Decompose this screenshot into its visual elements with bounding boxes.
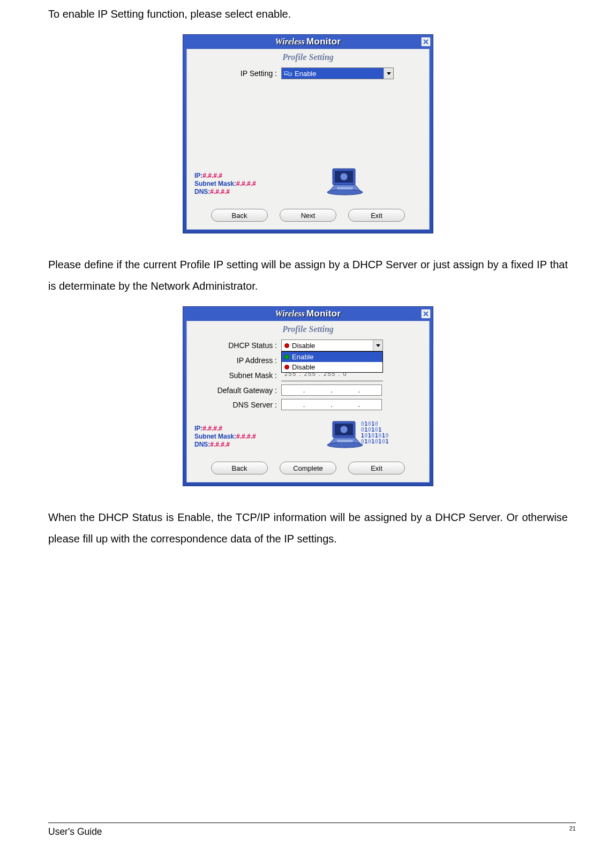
ip-setting-value: Enable [295,70,384,78]
titlebar: Wireless Monitor [183,35,433,49]
body-paragraph-1: To enable IP Setting function, please se… [48,3,568,25]
close-button[interactable] [421,37,431,47]
exit-button[interactable]: Exit [348,462,405,474]
svg-rect-1 [284,72,288,74]
back-button[interactable]: Back [211,462,268,474]
svg-point-6 [340,173,348,180]
chevron-down-icon [373,340,382,351]
body-paragraph-3: When the DHCP Status is Enable, the TCP/… [48,507,568,549]
status-dot-icon [284,343,289,348]
button-row: Back Next Exit [187,205,429,229]
dns-server-input[interactable]: ... [281,399,382,410]
button-row: Back Complete Exit [187,457,429,482]
ip-setting-label: IP Setting : [197,69,281,78]
svg-rect-8 [337,187,353,190]
page-footer: User's Guide 21 [48,823,576,838]
close-icon [423,39,429,44]
ip-address-label: IP Address : [197,356,281,365]
complete-button[interactable]: Complete [280,462,336,474]
close-icon [423,311,429,316]
ip-info-text: IP:#.#.#.# Subnet Mask:#.#.#.# DNS:#.#.#… [194,425,256,449]
wireless-monitor-dialog-2: Wireless Monitor Profile Setting DHCP St… [183,306,433,486]
svg-point-12 [327,442,363,448]
svg-rect-13 [337,440,353,442]
status-dot-icon [284,365,289,369]
dns-server-label: DNS Server : [197,401,281,409]
svg-point-11 [340,426,348,433]
page-number: 21 [569,825,576,836]
ip-setting-dropdown[interactable]: Enable [281,67,394,79]
binary-decoration: 01010 010101 10101010 01010101 [361,421,389,444]
close-button[interactable] [421,309,431,319]
dhcp-status-value: Disable [292,342,373,350]
footer-guide-label: User's Guide [48,826,102,838]
chevron-down-icon [384,68,393,79]
network-icon [283,69,293,78]
default-gateway-input[interactable]: ... [281,384,382,396]
back-button[interactable]: Back [211,209,268,222]
default-gateway-label: Default Gateway : [197,386,281,395]
app-title: Wireless Monitor [275,308,341,319]
svg-rect-3 [288,73,291,76]
dhcp-status-dropdown[interactable]: Disable Enable Disable [281,340,383,351]
body-paragraph-2: Please define if the current Profile IP … [48,254,568,297]
dialog-subtitle: Profile Setting [187,49,429,67]
dhcp-option-enable[interactable]: Enable [282,352,382,362]
title-wireless: Wireless [275,37,305,47]
status-dot-icon [284,354,289,359]
wireless-monitor-dialog-1: Wireless Monitor Profile Setting IP Sett… [183,34,433,233]
subnet-mask-label: Subnet Mask : [197,371,281,380]
dialog-subtitle: Profile Setting [187,321,429,340]
title-monitor: Monitor [306,308,341,319]
laptop-icon [324,167,367,201]
title-monitor: Monitor [306,36,341,47]
ip-info-bar: IP:#.#.#.# Subnet Mask:#.#.#.# DNS:#.#.#… [187,416,429,457]
dhcp-dropdown-list: Enable Disable [281,351,383,373]
app-title: Wireless Monitor [275,36,341,47]
ip-info-bar: IP:#.#.#.# Subnet Mask:#.#.#.# DNS:#.#.#… [187,163,429,205]
next-button[interactable]: Next [280,209,336,222]
svg-point-7 [327,190,363,195]
ip-info-text: IP:#.#.#.# Subnet Mask:#.#.#.# DNS:#.#.#… [194,172,256,196]
dhcp-option-disable[interactable]: Disable [282,362,382,372]
title-wireless: Wireless [275,309,305,319]
titlebar: Wireless Monitor [183,307,433,321]
dhcp-status-label: DHCP Status : [197,341,281,350]
exit-button[interactable]: Exit [348,209,405,222]
